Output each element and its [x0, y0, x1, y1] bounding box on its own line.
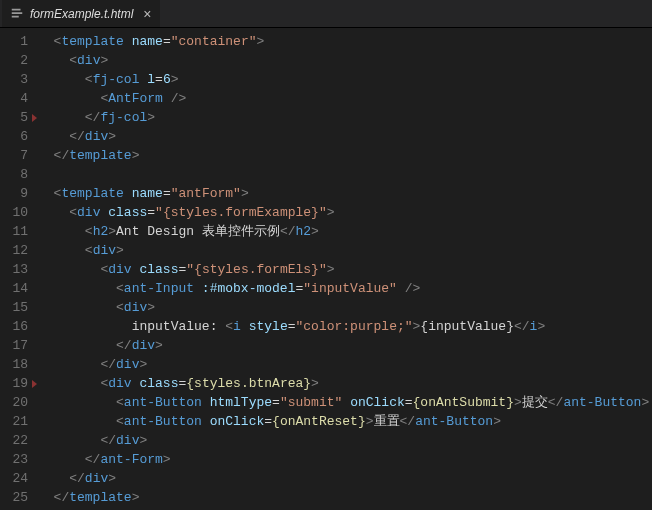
line-number: 16 [0, 317, 28, 336]
editor: 1234567891011121314151617181920212223242… [0, 28, 652, 510]
line-number: 20 [0, 393, 28, 412]
code-line[interactable]: </ant-Form> [38, 450, 649, 469]
code-line[interactable]: <template name="container"> [38, 32, 649, 51]
tab-file[interactable]: formExample.t.html × [2, 0, 160, 27]
code-line[interactable]: inputValue: <i style="color:purple;">{in… [38, 317, 649, 336]
file-icon [10, 7, 24, 21]
line-number: 24 [0, 469, 28, 488]
line-number: 11 [0, 222, 28, 241]
code-line[interactable]: <ant-Input :#mobx-model="inputValue" /> [38, 279, 649, 298]
line-number: 7 [0, 146, 28, 165]
code-line[interactable]: <div> [38, 298, 649, 317]
line-number: 18 [0, 355, 28, 374]
code-line[interactable]: <fj-col l=6> [38, 70, 649, 89]
line-number: 4 [0, 89, 28, 108]
tab-bar: formExample.t.html × [0, 0, 652, 28]
code-line[interactable]: <div class="{styles.formEls}"> [38, 260, 649, 279]
code-line[interactable]: <template name="antForm"> [38, 184, 649, 203]
svg-rect-0 [12, 8, 21, 10]
line-number: 2 [0, 51, 28, 70]
fold-marker-icon[interactable] [32, 114, 37, 122]
code-line[interactable]: <div class="{styles.formExample}"> [38, 203, 649, 222]
line-number: 6 [0, 127, 28, 146]
code-line[interactable]: </template> [38, 146, 649, 165]
line-number: 12 [0, 241, 28, 260]
code-line[interactable]: <AntForm /> [38, 89, 649, 108]
line-number: 8 [0, 165, 28, 184]
code-line[interactable]: </div> [38, 336, 649, 355]
code-line[interactable]: </div> [38, 127, 649, 146]
line-number: 9 [0, 184, 28, 203]
line-number: 3 [0, 70, 28, 89]
line-number: 14 [0, 279, 28, 298]
line-number: 19 [0, 374, 28, 393]
line-number: 22 [0, 431, 28, 450]
line-number: 10 [0, 203, 28, 222]
code-area[interactable]: <template name="container"> <div> <fj-co… [38, 28, 649, 510]
code-line[interactable]: </div> [38, 431, 649, 450]
code-line[interactable]: <h2>Ant Design 表单控件示例</h2> [38, 222, 649, 241]
code-line[interactable] [38, 165, 649, 184]
code-line[interactable]: <ant-Button htmlType="submit" onClick={o… [38, 393, 649, 412]
svg-rect-1 [12, 12, 23, 14]
code-line[interactable]: <ant-Button onClick={onAntReset}>重置</ant… [38, 412, 649, 431]
line-number-gutter: 1234567891011121314151617181920212223242… [0, 28, 38, 510]
code-line[interactable]: </div> [38, 469, 649, 488]
line-number: 21 [0, 412, 28, 431]
code-line[interactable]: </template> [38, 488, 649, 507]
close-icon[interactable]: × [143, 6, 151, 22]
line-number: 5 [0, 108, 28, 127]
line-number: 17 [0, 336, 28, 355]
line-number: 25 [0, 488, 28, 507]
code-line[interactable]: </fj-col> [38, 108, 649, 127]
code-line[interactable]: <div> [38, 51, 649, 70]
tab-filename: formExample.t.html [30, 7, 133, 21]
code-line[interactable]: <div class={styles.btnArea}> [38, 374, 649, 393]
code-line[interactable]: <div> [38, 241, 649, 260]
line-number: 13 [0, 260, 28, 279]
line-number: 1 [0, 32, 28, 51]
line-number: 23 [0, 450, 28, 469]
fold-marker-icon[interactable] [32, 380, 37, 388]
line-number: 15 [0, 298, 28, 317]
code-line[interactable]: </div> [38, 355, 649, 374]
svg-rect-2 [12, 15, 19, 17]
